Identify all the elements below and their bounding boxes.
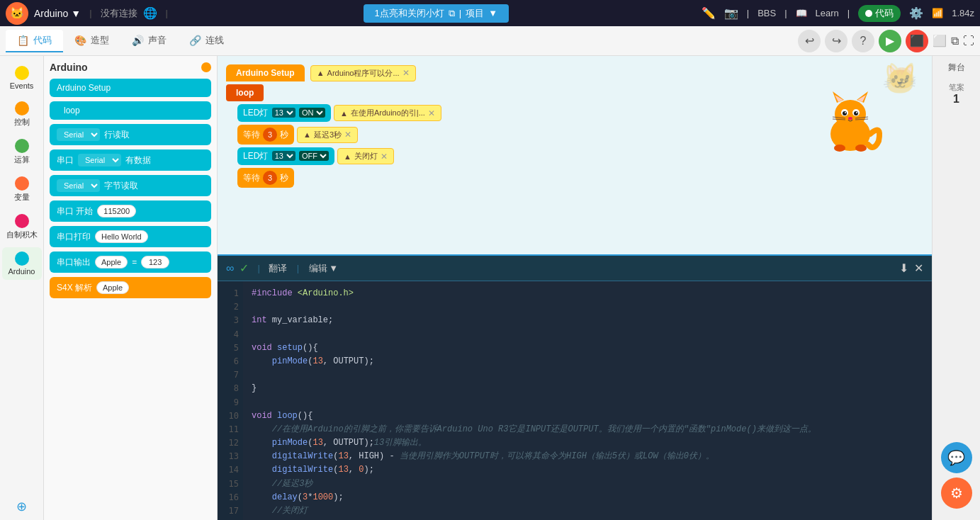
stage-count-area: 笔案 1	[949, 82, 964, 106]
svg-point-18	[855, 145, 867, 152]
out-var-input[interactable]: Apple	[95, 256, 128, 269]
loop-block-label: loop	[236, 88, 254, 98]
serial-out-label: 串口输出	[57, 256, 91, 269]
comment-expand-icon2: ▲	[340, 109, 348, 118]
led-on-comment-close[interactable]: ✕	[428, 108, 435, 118]
stage-chat-btn[interactable]: 💬	[941, 442, 972, 473]
serial-select-1[interactable]: Serial	[57, 128, 100, 141]
window-expand-btn[interactable]: ⬜	[933, 34, 947, 47]
warning-dot	[201, 62, 211, 72]
block-serial-output[interactable]: 串口输出 Apple = 123	[50, 251, 211, 273]
tab-sound[interactable]: 🔊 声音	[120, 30, 178, 52]
sidebar-expand-btn[interactable]: ⊕	[16, 499, 27, 514]
wait-unit-1: 秒	[280, 129, 288, 141]
block-serial-print[interactable]: 串口打印 Hello World	[50, 226, 211, 247]
wait-num-1: 3	[263, 128, 277, 142]
wait-block-2[interactable]: 等待 3 秒	[237, 168, 294, 188]
sidebar-item-custom[interactable]: 自制积木	[2, 210, 42, 244]
svg-point-8	[843, 111, 847, 115]
state-select-2[interactable]: OFF	[299, 151, 329, 161]
blocks-title-text: Arduino	[50, 62, 88, 73]
sidebar-item-variables[interactable]: 变量	[2, 172, 42, 207]
block-setup[interactable]: Arduino Setup	[50, 79, 211, 97]
led-on-block[interactable]: LED灯 13 ON	[237, 104, 331, 122]
serial-select-3[interactable]: Serial	[57, 179, 100, 192]
tab-connect[interactable]: 🔗 连线	[178, 30, 235, 52]
sidebar-item-control[interactable]: 控制	[2, 97, 42, 132]
row-read-label: 行读取	[104, 129, 130, 141]
pin-select-1[interactable]: 13	[272, 108, 295, 118]
s4x-input[interactable]: Apple	[96, 281, 129, 294]
setup-comment[interactable]: ▲ Arduino程序可以分... ✕	[310, 65, 416, 81]
comment-expand-icon4: ▲	[344, 152, 351, 161]
block-serial-data[interactable]: 串口 Serial 有数据	[50, 149, 211, 171]
help-button[interactable]: ?	[852, 30, 874, 52]
code-content[interactable]: #include <Arduino.h> int my_variable; vo…	[243, 281, 932, 520]
camera-icon-btn[interactable]: 📷	[724, 6, 738, 20]
undo-button[interactable]: ↩	[798, 30, 821, 52]
led-on-comment[interactable]: ▲ 在使用Arduino的引|... ✕	[334, 105, 441, 121]
project-label-text: 项目	[466, 7, 484, 20]
wait-block-1[interactable]: 等待 3 秒	[237, 125, 294, 145]
block-setup-label: Arduino Setup	[57, 83, 111, 93]
led-off-comment[interactable]: ▲ 关闭灯 ✕	[337, 148, 394, 164]
sidebar-item-arduino[interactable]: Arduino	[2, 247, 42, 280]
close-code-panel-btn[interactable]: ✕	[914, 261, 923, 275]
equals-label: =	[132, 257, 137, 267]
stop-button[interactable]: ⬛	[906, 30, 928, 52]
led-off-comment-close[interactable]: ✕	[381, 152, 388, 162]
edit-icon-btn[interactable]: ✏️	[702, 6, 716, 20]
state-select-1[interactable]: ON	[299, 108, 325, 118]
run-button[interactable]: ▶	[879, 30, 901, 52]
out-val-input[interactable]: 123	[141, 256, 169, 269]
translate-btn[interactable]: 翻译	[269, 262, 287, 275]
block-serial-byte[interactable]: Serial 字节读取	[50, 175, 211, 196]
block-s4x[interactable]: S4X 解析 Apple	[50, 277, 211, 298]
serial-select-2[interactable]: Serial	[78, 154, 121, 166]
download-code-btn[interactable]: ⬇	[899, 261, 908, 275]
learn-link[interactable]: Learn	[816, 8, 839, 18]
svg-point-10	[845, 112, 846, 113]
window-split-btn[interactable]: ⧉	[951, 35, 959, 47]
tab-costume[interactable]: 🎨 造型	[63, 30, 120, 52]
block-serial-row[interactable]: Serial 行读取	[50, 124, 211, 145]
led-off-block[interactable]: LED灯 13 OFF	[237, 147, 334, 165]
line-numbers: 12345 678910 1112131415 1617181920 21222…	[218, 281, 243, 520]
sidebar-item-events[interactable]: Events	[2, 62, 42, 94]
setup-comment-close[interactable]: ✕	[402, 68, 410, 78]
brand-arrow: ▼	[71, 8, 81, 19]
redo-button[interactable]: ↪	[825, 30, 847, 52]
stage-count-value: 1	[949, 93, 964, 106]
edit-dropdown[interactable]: 编辑 ▼	[309, 262, 338, 275]
tab-sound-label: 声音	[148, 34, 167, 47]
pin-select-2[interactable]: 13	[272, 151, 295, 161]
code-dot	[865, 10, 872, 17]
settings-icon-btn[interactable]: ⚙️	[909, 6, 923, 20]
baud-input[interactable]: 115200	[97, 205, 136, 217]
svg-point-11	[856, 112, 857, 113]
setup-block-label: Arduino Setup	[236, 68, 295, 78]
tab-code[interactable]: 📋 代码	[6, 30, 63, 52]
print-input[interactable]: Hello World	[95, 230, 148, 243]
variables-label: 变量	[14, 192, 30, 203]
code-label: 代码	[875, 7, 894, 20]
bbs-link[interactable]: BBS	[757, 8, 776, 18]
globe-icon[interactable]: 🌐	[143, 6, 157, 20]
brand-name[interactable]: Arduino ▼	[34, 8, 81, 19]
setup-block[interactable]: Arduino Setup	[226, 64, 305, 81]
loop-block[interactable]: loop	[226, 84, 264, 101]
wait1-comment[interactable]: ▲ 延迟3秒 ✕	[297, 127, 358, 143]
project-button[interactable]: 1点亮和关闭小灯 ⧉ | 项目 ▼	[364, 4, 509, 23]
block-loop[interactable]: loop	[50, 101, 211, 120]
variables-dot	[15, 176, 29, 191]
wait1-comment-close[interactable]: ✕	[344, 130, 351, 140]
app-logo: 🐱	[6, 2, 28, 25]
code-panel: ∞ ✓ | 翻译 | 编辑 ▼ ⬇ ✕ 12345	[218, 254, 932, 520]
sidebar-item-operators[interactable]: 运算	[2, 135, 42, 169]
code-mode-button[interactable]: 代码	[858, 5, 901, 22]
blocks-panel-title: Arduino	[50, 62, 211, 73]
stage-settings-btn[interactable]: ⚙	[941, 477, 972, 509]
arduino-icon: ∞	[226, 262, 234, 275]
fullscreen-btn[interactable]: ⛶	[963, 35, 974, 47]
block-serial-start[interactable]: 串口 开始 115200	[50, 200, 211, 222]
